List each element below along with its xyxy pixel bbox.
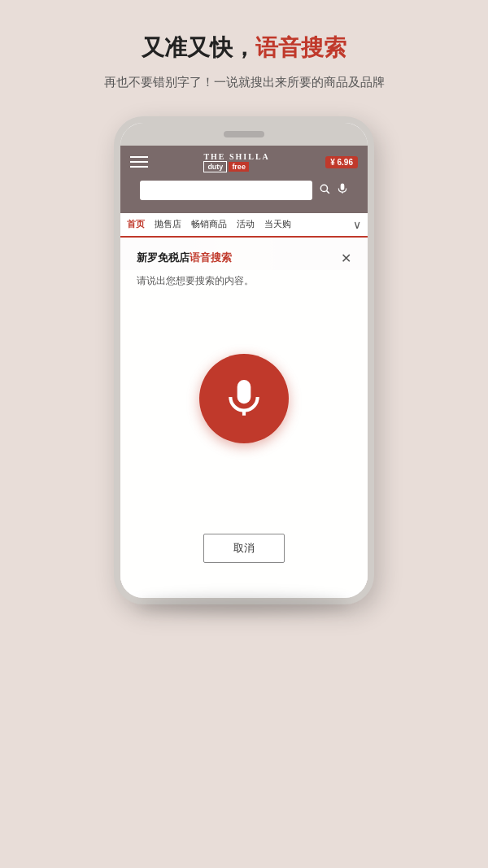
search-bar — [130, 177, 358, 207]
search-icon[interactable] — [319, 183, 330, 197]
nav-bar: 首页 抛售店 畅销商品 活动 当天购 ∨ — [120, 213, 368, 238]
cart-price: ¥ 6.96 — [325, 156, 358, 168]
cart-area[interactable]: ¥ 6.96 — [325, 156, 358, 168]
phone-speaker — [224, 131, 264, 137]
voice-title-part1: 新罗免税店 — [137, 251, 190, 264]
voice-title-part2: 语音搜索 — [190, 251, 232, 264]
phone-mockup: THE SHILLA duty free ¥ 6.96 — [114, 116, 374, 604]
voice-modal-subtitle: 请说出您想要搜索的内容。 — [137, 274, 351, 288]
duty-free-logo: duty free — [203, 161, 269, 172]
nav-item-events[interactable]: 活动 — [237, 218, 255, 230]
page-subtitle: 再也不要错别字了！一说就搜出来所要的商品及品牌 — [24, 73, 464, 92]
free-label: free — [229, 162, 249, 172]
nav-item-today[interactable]: 当天购 — [264, 218, 291, 230]
nav-item-bestseller[interactable]: 畅销商品 — [191, 218, 227, 230]
mic-record-button[interactable] — [199, 354, 289, 443]
nav-item-outlet[interactable]: 抛售店 — [155, 218, 181, 230]
svg-point-0 — [320, 185, 327, 191]
page-title: 又准又快，语音搜索 — [24, 33, 464, 63]
mic-button-container — [199, 312, 289, 534]
title-part2-highlight: 语音搜索 — [255, 35, 346, 60]
cancel-button[interactable]: 取消 — [203, 534, 285, 563]
hamburger-button[interactable] — [130, 156, 148, 168]
duty-label: duty — [203, 161, 227, 172]
phone-shadow — [138, 596, 350, 613]
app-content: THE SHILLA duty free ¥ 6.96 — [120, 146, 368, 598]
voice-modal-title: 新罗免税店语音搜索 — [137, 251, 232, 265]
voice-search-modal: 新罗免税店语音搜索 ✕ 请说出您想要搜索的内容。 — [120, 238, 368, 592]
logo-area: THE SHILLA duty free — [203, 152, 269, 172]
brand-name: THE SHILLA — [203, 152, 269, 161]
search-input[interactable] — [140, 181, 312, 200]
content-area: 新罗免税店语音搜索 ✕ 请说出您想要搜索的内容。 — [120, 238, 368, 592]
app-header-top: THE SHILLA duty free ¥ 6.96 — [130, 152, 358, 172]
voice-modal-header: 新罗免税店语音搜索 ✕ — [137, 251, 351, 266]
mic-search-icon[interactable] — [337, 183, 348, 197]
phone-top-bar — [120, 123, 368, 146]
top-section: 又准又快，语音搜索 再也不要错别字了！一说就搜出来所要的商品及品牌 — [0, 0, 488, 108]
svg-line-1 — [327, 191, 329, 194]
nav-item-home[interactable]: 首页 — [127, 218, 145, 230]
nav-more-button[interactable]: ∨ — [353, 218, 361, 231]
app-header: THE SHILLA duty free ¥ 6.96 — [120, 146, 368, 213]
title-part1: 又准又快， — [142, 35, 255, 60]
close-button[interactable]: ✕ — [341, 251, 351, 266]
microphone-icon — [224, 378, 264, 419]
phone-container: THE SHILLA duty free ¥ 6.96 — [0, 108, 488, 604]
